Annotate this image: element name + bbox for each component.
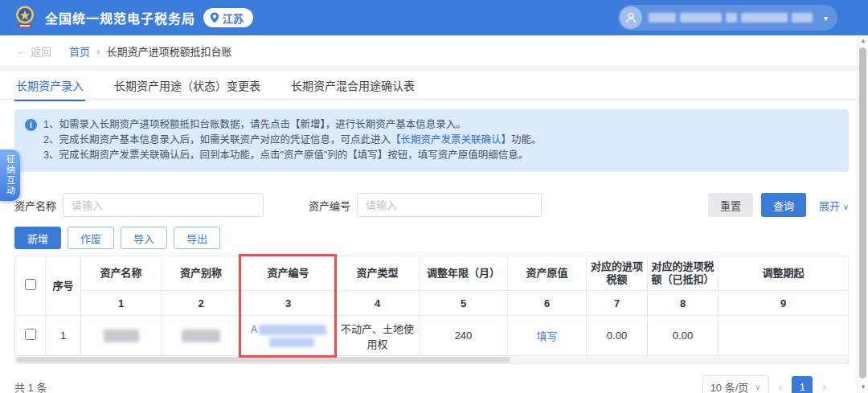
col-asset-number: 资产编号 [241, 256, 336, 291]
notice-line-2-suffix: 功能。 [511, 134, 542, 145]
asset-alias-redacted [182, 330, 220, 342]
next-page-button[interactable]: › [822, 380, 826, 393]
filter-actions: 重置 查询 展开 ∨ [708, 193, 849, 217]
asset-number-label: 资产编号 [309, 198, 350, 213]
reset-button[interactable]: 重置 [708, 193, 753, 217]
col-num-8: 8 [648, 291, 719, 316]
app-title: 全国统一规范电子税务局 [45, 8, 195, 27]
notice-line-1: 1、如需录入长期资产进项税额抵扣台账数据，请先点击【新增】，进行长期资产基本信息… [43, 117, 837, 133]
location-badge[interactable]: 江苏 [203, 8, 253, 27]
tab-mixed-usage-confirm[interactable]: 长期资产混合用途确认表 [291, 77, 415, 93]
filter-bar: 资产名称 资产编号 重置 查询 展开 ∨ [14, 193, 849, 217]
tab-asset-entry[interactable]: 长期资产录入 [16, 77, 84, 93]
asset-number-prefix: A [251, 324, 257, 335]
table-row: 1 A 不动产、土地使用权 240 填写 0.00 0.00 [15, 316, 849, 356]
breadcrumb-home-link[interactable]: 首页 [69, 43, 90, 59]
col-num-3: 3 [241, 291, 336, 316]
user-name-redacted [649, 13, 813, 23]
user-menu[interactable]: ▾ [618, 5, 837, 31]
location-label: 江苏 [223, 10, 244, 26]
user-avatar-icon [620, 6, 642, 29]
col-original-value: 资产原值 [508, 256, 587, 291]
col-num-4: 4 [336, 291, 420, 316]
notice-box: i 1、如需录入长期资产进项税额抵扣台账数据，请先点击【新增】，进行长期资产基本… [14, 109, 849, 172]
back-arrow-icon: ← [16, 45, 27, 57]
notice-line-3: 3、完成长期资产发票关联确认后，回到本功能，点击"资产原值"列的【填写】按钮，填… [43, 148, 837, 163]
expand-toggle[interactable]: 展开 ∨ [819, 198, 849, 213]
page-size-value: 10 条/页 [710, 379, 749, 393]
tab-usage-change[interactable]: 长期资产用途（状态）变更表 [114, 77, 260, 93]
breadcrumb-separator: › [96, 45, 100, 57]
row-select-cell [15, 316, 46, 356]
page-size-select[interactable]: 10 条/页 ∨ [702, 375, 769, 393]
add-button[interactable]: 新增 [14, 227, 61, 249]
page: 全国统一规范电子税务局 江苏 ▾ ← 返回 首 [0, 0, 868, 393]
vertical-scrollbar-thumb[interactable] [859, 47, 866, 379]
import-button[interactable]: 导入 [121, 227, 167, 249]
user-dropdown-caret-icon: ▾ [824, 14, 828, 23]
asset-name-redacted [104, 330, 139, 342]
row-checkbox[interactable] [25, 329, 36, 340]
row-asset-type: 不动产、土地使用权 [336, 316, 420, 356]
breadcrumb: ← 返回 首页 › 长期资产进项税额抵扣台账 [0, 35, 868, 66]
asset-number-input[interactable] [357, 193, 542, 217]
row-asset-number[interactable]: A [241, 316, 336, 356]
pagination: 10 条/页 ∨ ‹ 1 › [702, 375, 836, 393]
back-label: 返回 [31, 43, 51, 59]
location-pin-icon [210, 12, 219, 23]
col-asset-alias: 资产别称 [162, 256, 241, 291]
scroll-down-icon[interactable]: ▼ [858, 383, 868, 392]
col-adjust-months: 调整年限（月） [420, 256, 508, 291]
info-icon: i [25, 119, 37, 131]
prev-page-button[interactable]: ‹ [779, 380, 783, 393]
row-index: 1 [46, 316, 81, 356]
current-page-button[interactable]: 1 [792, 376, 813, 393]
col-input-tax-deducted: 对应的进项税额（已抵扣） [648, 256, 719, 291]
select-all-checkbox[interactable] [25, 279, 36, 290]
tax-bureau-logo-icon [13, 5, 37, 31]
col-num-6: 6 [508, 291, 587, 316]
asset-table: 序号 资产名称 资产别称 资产编号 资产类型 调整年限（月） 资产原值 对应的进… [14, 256, 849, 356]
asset-number-redacted [259, 325, 326, 335]
col-num-1: 1 [81, 291, 162, 316]
fill-link[interactable]: 填写 [536, 330, 557, 342]
select-all-cell [15, 256, 46, 316]
expand-label: 展开 [819, 200, 840, 212]
col-input-tax: 对应的进项税额 [587, 256, 648, 291]
back-button[interactable]: ← 返回 [16, 43, 51, 59]
notice-line-2: 2、完成长期资产基本信息录入后，如需关联资产对应的凭证信息，可点此进入【长期资产… [43, 133, 837, 148]
row-adjust-start [719, 316, 849, 356]
total-count: 共 1 条 [14, 379, 47, 393]
invoice-association-link[interactable]: 【长期资产发票关联确认】 [391, 134, 511, 145]
col-num-9: 9 [719, 291, 849, 316]
col-num-7: 7 [587, 291, 648, 316]
col-asset-type: 资产类型 [336, 256, 420, 291]
top-bar: 全国统一规范电子税务局 江苏 ▾ [0, 0, 868, 35]
row-asset-name [81, 316, 162, 356]
asset-name-label: 资产名称 [14, 198, 56, 213]
row-asset-alias [162, 316, 241, 356]
row-input-tax: 0.00 [587, 316, 648, 356]
row-original-value: 填写 [508, 316, 587, 356]
tax-interaction-side-tab[interactable]: 征纳互动 [0, 149, 20, 201]
col-adjust-start: 调整期起 [719, 256, 849, 291]
notice-line-2-text: 2、完成长期资产基本信息录入后，如需关联资产对应的凭证信息，可点此进入 [43, 134, 391, 145]
chevron-down-icon: ∨ [755, 383, 760, 391]
asset-number-redacted-2 [269, 338, 314, 347]
breadcrumb-current: 长期资产进项税额抵扣台账 [106, 43, 231, 59]
asset-name-input[interactable] [63, 193, 264, 217]
scroll-up-icon[interactable]: ▲ [858, 36, 868, 46]
horizontal-scrollbar[interactable] [14, 356, 849, 364]
horizontal-scrollbar-thumb[interactable] [16, 357, 510, 362]
void-button[interactable]: 作废 [68, 227, 114, 249]
chevron-down-icon: ∨ [843, 203, 849, 211]
col-num-2: 2 [162, 291, 241, 316]
index-column-header: 序号 [46, 256, 81, 316]
vertical-scrollbar[interactable]: ▲ ▼ [857, 35, 868, 393]
query-button[interactable]: 查询 [761, 193, 806, 217]
tab-bar: 长期资产录入 长期资产用途（状态）变更表 长期资产混合用途确认表 [0, 71, 868, 100]
export-button[interactable]: 导出 [174, 227, 220, 249]
row-input-tax-deducted: 0.00 [648, 316, 719, 356]
table-footer: 共 1 条 10 条/页 ∨ ‹ 1 › [14, 375, 849, 393]
col-num-5: 5 [420, 291, 508, 316]
